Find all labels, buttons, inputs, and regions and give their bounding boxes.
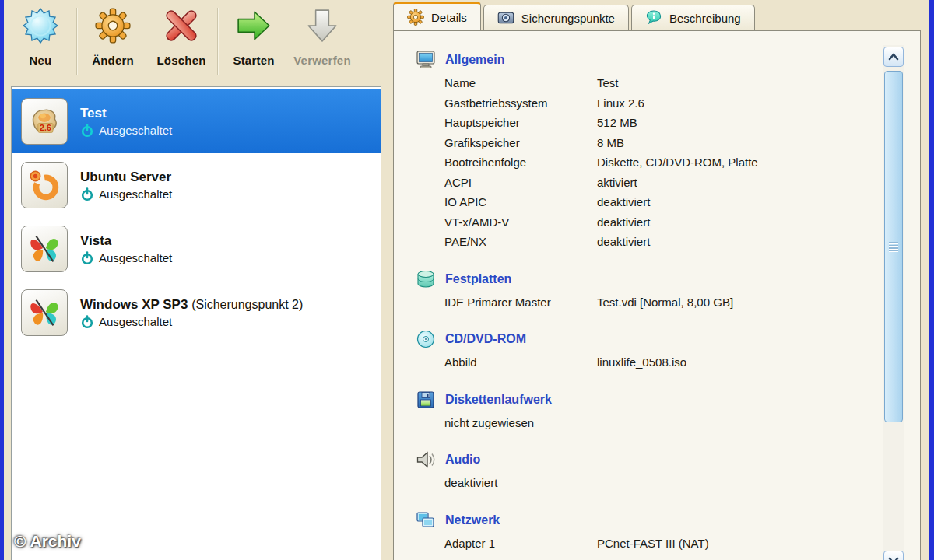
detail-label: VT-x/AMD-V	[444, 212, 597, 233]
snapshot-camera-icon	[497, 9, 514, 26]
delete-button[interactable]: Löschen	[147, 3, 216, 67]
archive-watermark: © Archiv	[14, 532, 81, 551]
detail-label: Hauptspeicher	[444, 113, 597, 133]
toolbar-label-new: Neu	[30, 54, 52, 67]
section-title-link[interactable]: Diskettenlaufwerk	[445, 393, 552, 407]
vm-snapshot-suffix: (Sicherungspunkt 2)	[191, 298, 303, 311]
window-border-left	[0, 0, 4, 560]
vm-status-label: Ausgeschaltet	[99, 251, 172, 264]
toolbar-separator	[217, 8, 218, 75]
scrollbar-grip	[889, 242, 898, 251]
section-header: Audio	[416, 450, 873, 470]
detail-label: Grafikspeicher	[444, 133, 597, 153]
network-icon	[416, 510, 436, 530]
xp-butterfly-os-icon	[21, 289, 68, 336]
settings-button[interactable]: Ändern	[79, 3, 147, 67]
vm-list-item-vista[interactable]: Vista Ausgeschaltet	[12, 217, 381, 281]
description-bubble-icon	[645, 9, 662, 26]
virtualbox-window: Neu	[0, 0, 934, 560]
tab-details[interactable]: Details	[393, 2, 481, 30]
section-header: Diskettenlaufwerk	[416, 390, 873, 410]
general-monitor-icon	[416, 50, 436, 70]
section-title-link[interactable]: Festplatten	[445, 272, 511, 286]
section-title-link[interactable]: Netzwerk	[445, 513, 500, 527]
detail-label: IO APIC	[444, 192, 597, 212]
power-off-icon	[80, 251, 94, 265]
vm-list-item-test[interactable]: 2.6 Test Ausgeschaltet	[12, 89, 381, 153]
section-header: Allgemein	[416, 50, 873, 70]
detail-value: deaktiviert	[597, 192, 873, 212]
detail-value: deaktiviert	[597, 212, 873, 233]
linux26-os-icon: 2.6	[21, 98, 68, 145]
vm-item-text: Vista Ausgeschaltet	[80, 233, 172, 265]
details-pane: Allgemein NameTest GastbetriebssystemLin…	[393, 30, 921, 560]
toolbar-label-discard: Verwerfen	[293, 54, 351, 67]
details-tab-bar: Details Sicherungspunkte Beschreibung	[393, 4, 755, 30]
vm-name: Windows XP SP3 (Sicherungspunkt 2)	[80, 297, 303, 313]
detail-value: PCnet-FAST III (NAT)	[597, 534, 873, 554]
detail-label: Name	[444, 73, 597, 93]
detail-row: deaktiviert	[444, 473, 873, 493]
detail-row: NameTest	[444, 73, 873, 93]
vm-status-label: Ausgeschaltet	[99, 124, 172, 137]
tab-snapshots[interactable]: Sicherungspunkte	[483, 5, 629, 30]
tab-label: Details	[431, 11, 467, 24]
detail-value	[597, 473, 873, 493]
section-cd-dvd: CD/DVD-ROM Abbildlinuxlife_0508.iso	[416, 329, 873, 373]
scroll-up-button[interactable]	[883, 47, 904, 67]
scroll-down-button[interactable]	[883, 551, 904, 560]
start-button[interactable]: Starten	[219, 3, 288, 67]
detail-row: VT-x/AMD-Vdeaktiviert	[444, 212, 873, 233]
discard-arrow-icon	[304, 8, 340, 47]
vm-status: Ausgeschaltet	[80, 251, 172, 265]
detail-row: GastbetriebssystemLinux 2.6	[444, 93, 873, 114]
new-vm-button[interactable]: Neu	[6, 3, 75, 67]
detail-row: BootreihenfolgeDiskette, CD/DVD-ROM, Pla…	[444, 152, 873, 173]
discard-button[interactable]: Verwerfen	[288, 3, 356, 67]
section-floppy: Diskettenlaufwerk nicht zugewiesen	[416, 390, 873, 433]
section-rows: Adapter 1PCnet-FAST III (NAT)	[444, 534, 873, 554]
section-title-link[interactable]: Audio	[445, 453, 480, 467]
detail-label: Bootreihenfolge	[444, 152, 597, 173]
details-scrollbar[interactable]	[883, 45, 904, 560]
power-off-icon	[80, 124, 94, 138]
start-arrow-icon	[236, 8, 272, 47]
detail-label: nicht zugewiesen	[444, 413, 597, 433]
toolbar: Neu	[6, 3, 356, 82]
detail-value: deaktiviert	[597, 232, 873, 252]
detail-row: ACPIaktiviert	[444, 173, 873, 193]
vm-name-main: Windows XP SP3	[80, 297, 188, 312]
vm-list-item-ubuntu-server[interactable]: Ubuntu Server Ausgeschaltet	[12, 153, 381, 217]
section-title-link[interactable]: CD/DVD-ROM	[445, 332, 526, 346]
section-header: Netzwerk	[416, 510, 873, 530]
vm-status-label: Ausgeschaltet	[99, 187, 172, 201]
section-general: Allgemein NameTest GastbetriebssystemLin…	[416, 50, 873, 252]
section-header: CD/DVD-ROM	[416, 329, 873, 349]
tab-label: Beschreibung	[669, 12, 741, 25]
section-header: Festplatten	[416, 269, 873, 289]
floppy-icon	[416, 390, 436, 410]
vm-status: Ausgeschaltet	[80, 315, 303, 329]
detail-row: Abbildlinuxlife_0508.iso	[444, 352, 873, 373]
detail-row: Grafikspeicher8 MB	[444, 133, 873, 153]
gear-icon	[407, 9, 424, 26]
detail-row: Adapter 1PCnet-FAST III (NAT)	[444, 534, 873, 554]
delete-x-icon	[163, 8, 199, 47]
toolbar-label-start: Starten	[233, 54, 274, 67]
section-title-link[interactable]: Allgemein	[445, 53, 504, 67]
vm-item-text: Ubuntu Server Ausgeschaltet	[80, 170, 172, 201]
scrollbar-thumb[interactable]	[884, 71, 903, 422]
detail-row: PAE/NXdeaktiviert	[444, 232, 873, 252]
detail-value: Test.vdi [Normal, 8,00 GB]	[597, 292, 873, 313]
vm-status-label: Ausgeschaltet	[99, 315, 172, 328]
vm-list-item-windows-xp[interactable]: Windows XP SP3 (Sicherungspunkt 2) Ausge…	[12, 281, 381, 345]
cd-dvd-icon	[416, 329, 436, 349]
vm-name: Vista	[80, 233, 172, 249]
detail-label: deaktiviert	[444, 473, 597, 493]
detail-row: IDE Primärer MasterTest.vdi [Normal, 8,0…	[444, 292, 873, 313]
section-rows: NameTest GastbetriebssystemLinux 2.6 Hau…	[444, 73, 873, 252]
power-off-icon	[80, 315, 94, 329]
window-border-right	[929, 0, 934, 560]
section-rows: Abbildlinuxlife_0508.iso	[444, 352, 873, 373]
tab-description[interactable]: Beschreibung	[631, 5, 755, 30]
